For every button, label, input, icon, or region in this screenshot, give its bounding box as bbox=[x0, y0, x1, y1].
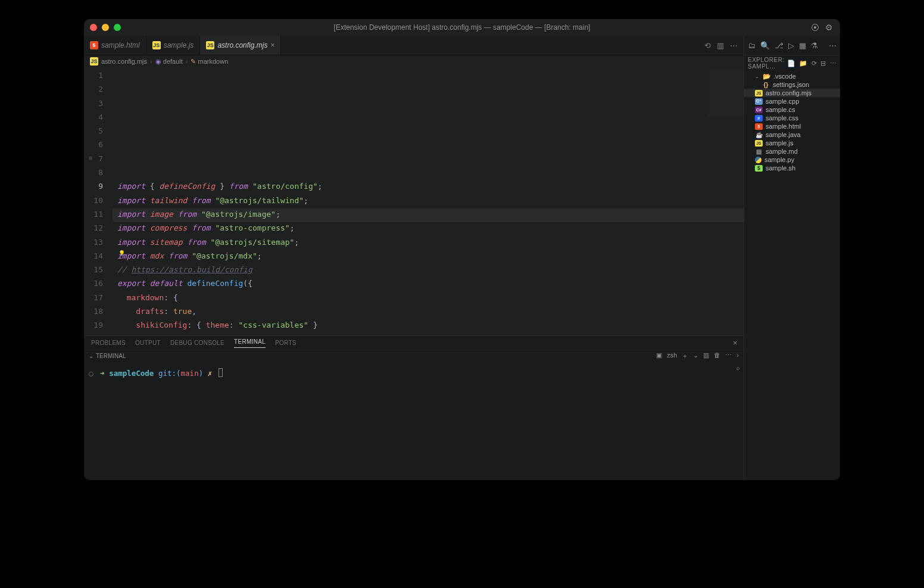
terminal-header: ⌄ TERMINAL ▣ zsh ＋ ⌄ ▥ 🗑 ⋯ › bbox=[84, 350, 744, 361]
shell-icon[interactable]: ▣ bbox=[656, 351, 662, 360]
close-window-icon[interactable] bbox=[90, 24, 97, 31]
tree-item-sample-md[interactable]: ▤sample.md bbox=[744, 147, 840, 155]
new-terminal-icon[interactable]: ＋ bbox=[682, 351, 688, 360]
breakpoint-gutter-icon[interactable] bbox=[89, 157, 92, 160]
tree-item-sample-py[interactable]: sample.py bbox=[744, 155, 840, 164]
editor-column: 5sample.htmlJSsample.jsJSastro.config.mj… bbox=[84, 36, 744, 480]
panel-tab-output[interactable]: OUTPUT bbox=[135, 340, 161, 346]
tree-item--vscode[interactable]: ⌄📂.vscode bbox=[744, 72, 840, 80]
maximize-panel-icon[interactable]: › bbox=[736, 351, 739, 360]
tab-sample-js[interactable]: JSsample.js bbox=[146, 36, 201, 55]
tab-sample-html[interactable]: 5sample.html bbox=[84, 36, 146, 55]
split-terminal-icon[interactable]: ▥ bbox=[703, 351, 709, 360]
tree-item-sample-html[interactable]: 5sample.html bbox=[744, 122, 840, 130]
tree-item-sample-js[interactable]: JSsample.js bbox=[744, 139, 840, 147]
collapse-all-icon[interactable]: ⊟ bbox=[820, 60, 826, 67]
new-folder-icon[interactable]: 📁 bbox=[799, 60, 808, 67]
sh-icon: $ bbox=[755, 165, 763, 172]
timeline-icon[interactable]: ⟲ bbox=[704, 41, 711, 50]
zoom-window-icon[interactable] bbox=[114, 24, 121, 31]
tab-label: astro.config.mjs bbox=[217, 41, 267, 49]
editor[interactable]: 12345678910111213141516171819 💡 import {… bbox=[84, 67, 744, 335]
breadcrumb[interactable]: JS astro.config.mjs › ◉ default › ✎ mark… bbox=[84, 55, 744, 67]
line-gutter: 12345678910111213141516171819 bbox=[84, 67, 113, 335]
terminal-heading: TERMINAL bbox=[96, 353, 126, 359]
tree-item-sample-java[interactable]: ☕sample.java bbox=[744, 130, 840, 139]
chevron-down-icon[interactable]: ⌄ bbox=[89, 353, 93, 359]
tree-item-label: sample.css bbox=[766, 114, 798, 122]
js-icon: JS bbox=[755, 140, 763, 147]
window-controls bbox=[84, 24, 121, 31]
tree-item-sample-cpp[interactable]: C⁺sample.cpp bbox=[744, 97, 840, 105]
new-terminal-dropdown-icon[interactable]: ⌄ bbox=[693, 351, 698, 360]
titlebar: [Extension Development Host] astro.confi… bbox=[84, 19, 840, 36]
tree-item-label: astro.config.mjs bbox=[766, 89, 811, 97]
prompt-dir: sampleCode bbox=[109, 369, 154, 378]
minimap[interactable] bbox=[708, 67, 744, 139]
chevron-right-icon: › bbox=[186, 58, 188, 65]
tab-label: sample.html bbox=[101, 41, 140, 49]
tree-item-label: sample.java bbox=[766, 131, 801, 138]
panel-tab-debug-console[interactable]: DEBUG CONSOLE bbox=[170, 340, 224, 346]
panel: PROBLEMSOUTPUTDEBUG CONSOLETERMINALPORTS… bbox=[84, 335, 744, 480]
new-file-icon[interactable]: 📄 bbox=[787, 60, 796, 67]
search-icon[interactable]: ⌕ bbox=[736, 365, 740, 373]
breadcrumb-file[interactable]: astro.config.mjs bbox=[101, 58, 147, 65]
terminal-actions: ▣ zsh ＋ ⌄ ▥ 🗑 ⋯ › bbox=[656, 351, 739, 360]
shell-name[interactable]: zsh bbox=[667, 351, 677, 360]
tab-astro-config-mjs[interactable]: JSastro.config.mjs× bbox=[200, 36, 281, 55]
py-icon bbox=[755, 157, 761, 163]
more-views-icon[interactable]: ⋯ bbox=[829, 41, 836, 50]
panel-tab-problems[interactable]: PROBLEMS bbox=[91, 340, 126, 346]
tree-item-sample-cs[interactable]: C#sample.cs bbox=[744, 105, 840, 114]
breadcrumb-symbol[interactable]: ✎ markdown bbox=[191, 58, 228, 66]
tree-item-sample-sh[interactable]: $sample.sh bbox=[744, 164, 840, 172]
panel-tab-terminal[interactable]: TERMINAL bbox=[234, 338, 266, 348]
chevron-icon[interactable]: ⌄ bbox=[755, 74, 760, 79]
settings-gear-icon[interactable]: ⚙ bbox=[825, 23, 833, 32]
html-icon: 5 bbox=[755, 123, 763, 130]
tabbar: 5sample.htmlJSsample.jsJSastro.config.mj… bbox=[84, 36, 744, 55]
main: 5sample.htmlJSsample.jsJSastro.config.mj… bbox=[84, 36, 840, 480]
split-editor-icon[interactable]: ▥ bbox=[717, 41, 724, 50]
search-icon[interactable]: 🔍 bbox=[760, 41, 770, 50]
panel-tab-ports[interactable]: PORTS bbox=[275, 340, 296, 346]
more-actions-icon[interactable]: ⋯ bbox=[730, 41, 738, 50]
tree-item-astro-config-mjs[interactable]: JSastro.config.mjs bbox=[744, 89, 840, 97]
breadcrumb-symbol[interactable]: ◉ default bbox=[155, 58, 183, 66]
accounts-icon[interactable]: ⦿ bbox=[811, 23, 819, 32]
extensions-icon[interactable]: ▦ bbox=[799, 41, 806, 50]
prompt-arrow-icon: ➜ bbox=[100, 369, 109, 378]
md-icon: ▤ bbox=[755, 148, 763, 155]
code-area[interactable]: 💡 import { defineConfig } from "astro/co… bbox=[113, 67, 744, 335]
tree-item-label: sample.cs bbox=[766, 106, 795, 113]
more-terminal-icon[interactable]: ⋯ bbox=[725, 351, 732, 360]
tabbar-actions: ⟲ ▥ ⋯ bbox=[704, 36, 744, 55]
cs-icon: C# bbox=[755, 107, 763, 113]
window-title: [Extension Development Host] astro.confi… bbox=[334, 23, 591, 32]
js-icon: JS bbox=[152, 41, 161, 49]
kill-terminal-icon[interactable]: 🗑 bbox=[714, 351, 720, 360]
tree-item-settings-json[interactable]: {}settings.json bbox=[744, 80, 840, 89]
explorer-icon[interactable]: 🗂 bbox=[748, 41, 756, 50]
scm-icon[interactable]: ⎇ bbox=[775, 41, 783, 50]
close-tab-icon[interactable]: × bbox=[270, 41, 274, 49]
close-panel-icon[interactable]: × bbox=[733, 338, 738, 347]
js-icon: JS bbox=[206, 41, 214, 49]
java-icon: ☕ bbox=[755, 132, 763, 138]
tree-item-label: sample.cpp bbox=[766, 98, 799, 105]
tree-item-label: sample.md bbox=[766, 148, 798, 155]
testing-icon[interactable]: ⚗ bbox=[811, 41, 818, 50]
tree-item-sample-css[interactable]: #sample.css bbox=[744, 114, 840, 122]
folder-icon: 📂 bbox=[763, 73, 770, 80]
refresh-icon[interactable]: ⟳ bbox=[811, 60, 817, 67]
more-explorer-icon[interactable]: ⋯ bbox=[830, 60, 837, 67]
sidebar: 🗂 🔍 ⎇ ▷ ▦ ⚗ ⋯ EXPLORER: SAMPL… 📄 📁 ⟳ ⊟ ⋯ bbox=[744, 36, 840, 480]
tree-item-label: .vscode bbox=[773, 73, 796, 80]
debug-icon[interactable]: ▷ bbox=[788, 41, 794, 50]
explorer-header[interactable]: EXPLORER: SAMPL… 📄 📁 ⟳ ⊟ ⋯ bbox=[744, 55, 840, 71]
tree-item-label: sample.sh bbox=[766, 164, 795, 172]
js-icon: JS bbox=[755, 90, 763, 97]
minimize-window-icon[interactable] bbox=[102, 24, 109, 31]
terminal-body[interactable]: ⌕ ○ ➜ sampleCode git:(main) ✗ bbox=[84, 361, 744, 480]
